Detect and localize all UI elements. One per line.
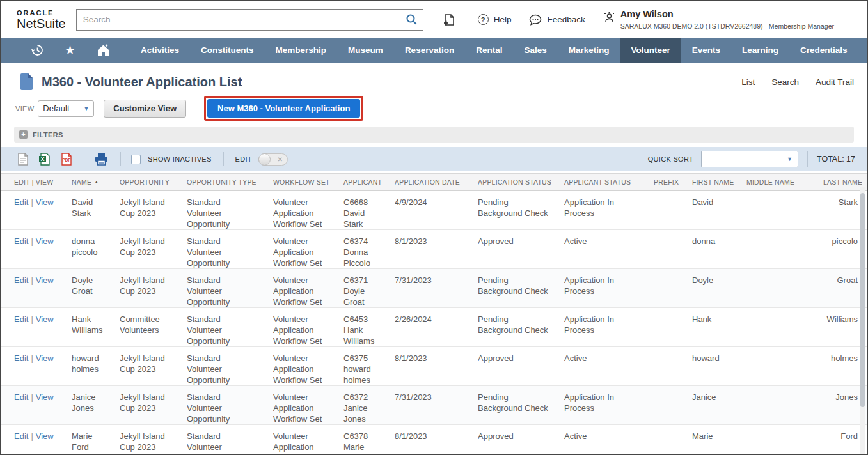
quick-sort-select[interactable]: ▼ xyxy=(701,151,798,167)
edit-link[interactable]: Edit xyxy=(14,197,28,207)
link-separator: | xyxy=(28,353,35,363)
nav-item-reservation[interactable]: Reservation xyxy=(394,38,465,63)
nav-overflow-icon[interactable]: ••• xyxy=(858,38,868,63)
view-label: VIEW xyxy=(15,105,34,112)
export-csv-icon[interactable] xyxy=(18,153,28,166)
toolbar-divider xyxy=(223,152,224,166)
top-header: ORACLE NetSuite ? Help Feedback xyxy=(1,1,867,38)
opportunity-type-cell: Standard Volunteer Opportunity xyxy=(187,308,273,347)
col-header-opportunity[interactable]: OPPORTUNITY xyxy=(120,174,187,191)
view-select[interactable]: Default ▼ xyxy=(38,100,94,117)
middle-name-cell xyxy=(746,269,823,308)
list-link[interactable]: List xyxy=(741,77,755,87)
view-link[interactable]: View xyxy=(36,275,54,285)
application-date-cell: 8/1/2023 xyxy=(395,230,478,269)
nav-item-learning[interactable]: Learning xyxy=(731,38,789,63)
table-row: Edit|ViewDoyle GroatJekyll Island Cup 20… xyxy=(1,269,867,308)
first-name-cell: Doyle xyxy=(692,269,746,308)
edit-toggle[interactable]: ✕ xyxy=(258,153,288,166)
nav-item-museum[interactable]: Museum xyxy=(337,38,394,63)
vertical-scrollbar[interactable] xyxy=(860,187,865,454)
scrollbar-thumb[interactable] xyxy=(860,193,865,407)
nav-item-sales[interactable]: Sales xyxy=(513,38,557,63)
search-input[interactable] xyxy=(77,15,401,24)
customize-view-button[interactable]: Customize View xyxy=(104,100,186,118)
new-volunteer-application-button[interactable]: New M360 - Volunteer Application xyxy=(207,99,360,118)
view-link[interactable]: View xyxy=(36,197,54,207)
col-header-prefix[interactable]: PREFIX xyxy=(654,174,692,191)
total-count: TOTAL: 17 xyxy=(817,155,855,164)
application-date-cell: 7/31/2023 xyxy=(395,386,478,425)
workflow-set-cell: Volunteer Application Workflow Set xyxy=(273,230,343,269)
edit-link[interactable]: Edit xyxy=(14,236,28,246)
show-inactives-checkbox[interactable] xyxy=(131,155,141,164)
print-icon[interactable] xyxy=(95,153,108,166)
oracle-netsuite-logo[interactable]: ORACLE NetSuite xyxy=(17,10,66,30)
edit-link[interactable]: Edit xyxy=(14,314,28,324)
view-link[interactable]: View xyxy=(36,431,54,441)
recent-records-icon[interactable] xyxy=(20,38,54,63)
nav-item-constituents[interactable]: Constituents xyxy=(190,38,265,63)
header-divider xyxy=(466,8,466,31)
edit-link[interactable]: Edit xyxy=(14,431,28,441)
edit-link[interactable]: Edit xyxy=(14,353,28,363)
opportunity-cell: Committee Volunteers xyxy=(120,308,187,347)
nav-item-events[interactable]: Events xyxy=(681,38,731,63)
feedback-button[interactable]: Feedback xyxy=(529,14,585,26)
application-date-cell: 7/31/2023 xyxy=(395,269,478,308)
edit-link[interactable]: Edit xyxy=(14,275,28,285)
first-name-cell: howard xyxy=(692,347,746,386)
sort-asc-icon: ▲ xyxy=(94,180,99,184)
view-link[interactable]: View xyxy=(36,236,54,246)
view-link[interactable]: View xyxy=(36,353,54,363)
view-link[interactable]: View xyxy=(36,392,54,402)
col-header-applicant[interactable]: APPLICANT xyxy=(343,174,395,191)
applicant-cell: C6372 Janice Jones xyxy=(343,386,395,425)
middle-name-cell xyxy=(746,425,823,455)
name-cell: David Stark xyxy=(72,191,120,230)
shortcuts-star-icon[interactable]: ★ xyxy=(54,38,86,63)
nav-item-volunteer[interactable]: Volunteer xyxy=(620,38,681,63)
application-date-cell: 8/1/2023 xyxy=(395,347,478,386)
edit-link[interactable]: Edit xyxy=(14,392,28,402)
col-header-first-name[interactable]: FIRST NAME xyxy=(692,174,746,191)
export-pdf-icon[interactable]: PDF xyxy=(61,153,72,166)
nav-item-marketing[interactable]: Marketing xyxy=(558,38,620,63)
opportunity-cell: Jekyll Island Cup 2023 xyxy=(120,425,187,455)
view-link[interactable]: View xyxy=(36,314,54,324)
nav-item-rental[interactable]: Rental xyxy=(465,38,513,63)
nav-item-membership[interactable]: Membership xyxy=(265,38,338,63)
expand-filters-icon[interactable]: + xyxy=(19,130,28,139)
caret-down-icon: ▼ xyxy=(787,156,793,162)
name-cell: donna piccolo xyxy=(72,230,120,269)
workflow-set-cell: Volunteer Application Workflow Set xyxy=(273,308,343,347)
col-header-application-date[interactable]: APPLICATION DATE xyxy=(395,174,478,191)
filters-bar[interactable]: + FILTERS xyxy=(14,127,854,143)
home-icon[interactable] xyxy=(86,38,121,63)
create-new-icon[interactable] xyxy=(443,13,455,27)
table-row: Edit|Viewhoward holmesJekyll Island Cup … xyxy=(1,347,867,386)
col-header-application-status[interactable]: APPLICATION STATUS xyxy=(478,174,564,191)
col-header-edit-view: EDIT | VIEW xyxy=(1,174,72,191)
edit-toggle-label: EDIT xyxy=(235,155,252,163)
col-header-opportunity-type[interactable]: OPPORTUNITY TYPE xyxy=(187,174,273,191)
col-header-middle-name[interactable]: MIDDLE NAME xyxy=(746,174,823,191)
prefix-cell xyxy=(654,308,692,347)
link-separator: | xyxy=(28,431,35,441)
opportunity-cell: Jekyll Island Cup 2023 xyxy=(120,191,187,230)
workflow-set-cell: Volunteer Application Workflow Set xyxy=(273,191,343,230)
audit-trail-link[interactable]: Audit Trail xyxy=(816,77,854,87)
col-header-workflow-set[interactable]: WORKFLOW SET xyxy=(273,174,343,191)
nav-item-activities[interactable]: Activities xyxy=(130,38,190,63)
annotation-highlight-box: New M360 - Volunteer Application xyxy=(204,96,363,121)
col-header-applicant-status[interactable]: APPLICANT STATUS xyxy=(564,174,654,191)
export-excel-icon[interactable]: X xyxy=(39,153,50,166)
help-button[interactable]: ? Help xyxy=(478,14,512,25)
col-header-name[interactable]: NAME▲ xyxy=(72,174,120,191)
search-icon[interactable] xyxy=(401,10,423,30)
first-name-cell: Marie xyxy=(692,425,746,455)
nav-item-credentials[interactable]: Credentials xyxy=(789,38,858,63)
search-link[interactable]: Search xyxy=(771,77,799,87)
user-menu[interactable]: Amy Wilson SARALUX M360 DEMO 2.0 (TSTDRV… xyxy=(603,9,834,29)
view-controls: VIEW Default ▼ Customize View New M360 -… xyxy=(1,95,867,121)
